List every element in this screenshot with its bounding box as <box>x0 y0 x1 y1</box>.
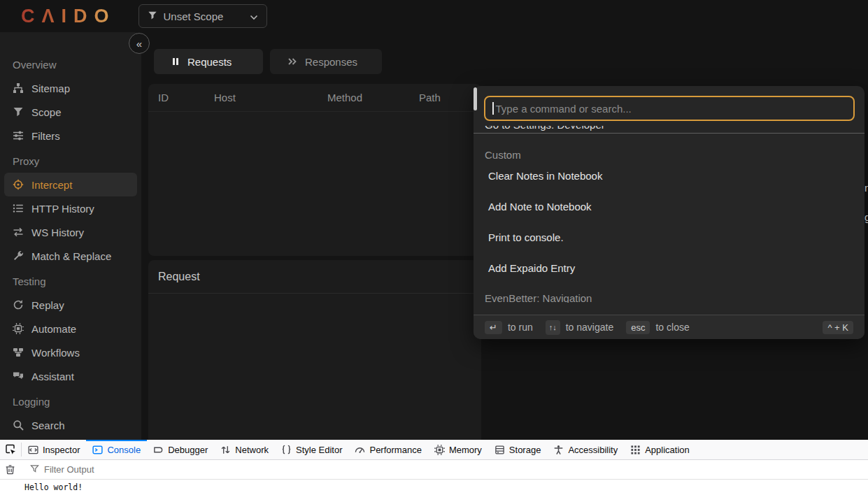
request-panel-title: Request <box>148 260 481 294</box>
sidebar-item-label: Intercept <box>31 179 72 191</box>
column-header-id[interactable]: ID <box>158 92 214 103</box>
sidebar-item-assistant[interactable]: Assistant <box>0 364 141 388</box>
sidebar-item-replay[interactable]: Replay <box>0 293 141 317</box>
workflow-nodes-icon <box>13 347 24 358</box>
column-header-method[interactable]: Method <box>327 92 419 103</box>
palette-section-evenbetter: EvenBetter: Navigation <box>474 292 865 303</box>
sidebar-section-proxy: Proxy <box>0 149 141 173</box>
sidebar-item-label: WS History <box>31 227 84 238</box>
caido-logo: CΛIDO <box>21 6 116 27</box>
enter-key-icon: ↵ <box>485 321 502 334</box>
sidebar-item-ws-history[interactable]: WS History <box>0 220 141 244</box>
devtools-tab-application[interactable]: Application <box>624 440 696 459</box>
sidebar-collapse-button[interactable]: « <box>129 33 150 54</box>
replay-icon <box>13 299 24 310</box>
devtools-tab-storage[interactable]: Storage <box>488 440 548 459</box>
close-hint: to close <box>655 322 689 333</box>
devtools-tab-performance[interactable]: Performance <box>348 440 427 459</box>
sidebar-item-scope[interactable]: Scope <box>0 100 141 124</box>
devtools-tab-network[interactable]: Network <box>214 440 275 459</box>
inspector-icon <box>28 445 38 455</box>
devtools-tab-debugger[interactable]: Debugger <box>147 440 214 459</box>
text-caret <box>492 102 494 115</box>
pause-icon <box>171 57 180 66</box>
storage-box-icon <box>495 445 505 455</box>
sidebar-item-http-history[interactable]: HTTP History <box>0 196 141 220</box>
tab-responses-label: Responses <box>305 56 357 68</box>
chat-bubbles-icon <box>13 371 24 382</box>
sidebar-item-filters[interactable]: Filters <box>0 124 141 148</box>
sidebar-item-sitemap[interactable]: Sitemap <box>0 76 141 100</box>
console-filter-bar: Filter Output <box>0 460 868 480</box>
funnel-icon <box>13 106 24 117</box>
esc-key: esc <box>626 321 650 334</box>
clipped-edge-text: n <box>865 182 868 194</box>
devtools-tab-memory[interactable]: Memory <box>428 440 488 459</box>
devtools-panel: Inspector Console Debugger Network Style… <box>0 440 868 495</box>
sidebar: Overview Sitemap Scope Filters Proxy <box>0 32 141 440</box>
pick-element-icon[interactable] <box>0 440 21 459</box>
command-search-placeholder: Type a command or search... <box>496 103 632 115</box>
command-search-input[interactable]: Type a command or search... <box>484 96 855 121</box>
filter-funnel-icon <box>30 464 39 475</box>
tab-requests[interactable]: Requests <box>154 49 263 74</box>
tab-responses[interactable]: Responses <box>270 49 382 74</box>
sidebar-item-search[interactable]: Search <box>0 413 141 437</box>
sidebar-item-label: Filters <box>31 130 60 142</box>
palette-section-custom: Custom <box>474 134 865 160</box>
clipped-edge-text: g <box>865 211 868 223</box>
funnel-icon <box>148 10 157 22</box>
sidebar-section-testing: Testing <box>0 269 141 293</box>
sidebar-item-label: Automate <box>31 323 76 335</box>
topbar: CΛIDO Unset Scope <box>0 0 868 32</box>
sidebar-item-workflows[interactable]: Workflows <box>0 340 141 364</box>
list-icon <box>13 203 24 214</box>
wrench-icon <box>13 250 24 261</box>
person-icon <box>553 445 564 455</box>
sidebar-item-intercept[interactable]: Intercept <box>4 173 137 196</box>
sidebar-item-label: Workflows <box>31 347 80 359</box>
gauge-icon <box>355 445 365 455</box>
sidebar-item-label: HTTP History <box>31 203 94 215</box>
console-icon <box>92 445 103 455</box>
requests-table-header: ID Host Method Path <box>148 84 481 112</box>
sidebar-item-label: Search <box>31 419 65 431</box>
devtools-tab-inspector[interactable]: Inspector <box>22 440 86 459</box>
command-item-add-expaido[interactable]: Add Expaido Entry <box>474 252 865 283</box>
navigate-hint: to navigate <box>566 322 614 333</box>
requests-table: ID Host Method Path <box>148 84 481 256</box>
sidebar-section-overview: Overview <box>0 52 141 76</box>
sidebar-item-label: Match & Replace <box>31 250 111 262</box>
sidebar-item-match-replace[interactable]: Match & Replace <box>0 244 141 268</box>
command-item-add-note[interactable]: Add Note to Notebook <box>474 191 865 222</box>
search-icon <box>13 419 24 431</box>
devtools-tab-style-editor[interactable]: Style Editor <box>275 440 348 459</box>
memory-chip-icon <box>434 445 445 455</box>
sidebar-item-label: Assistant <box>31 371 74 382</box>
tab-requests-label: Requests <box>187 56 232 68</box>
filter-output-input[interactable]: Filter Output <box>30 464 94 475</box>
chip-icon <box>13 323 24 334</box>
shortcut-ctrl-k: ^ + K <box>823 321 853 334</box>
request-panel: Request <box>148 260 481 440</box>
grid-dots-icon <box>630 445 641 455</box>
clipped-command-item[interactable]: Go to Settings: Developer <box>474 126 865 133</box>
console-message: Hello world! <box>24 482 83 492</box>
scope-label: Unset Scope <box>164 10 224 22</box>
sidebar-item-automate[interactable]: Automate <box>0 317 141 340</box>
forward-chevrons-icon <box>287 57 297 66</box>
sidebar-item-label: Replay <box>31 299 64 311</box>
sidebar-section-logging: Logging <box>0 389 141 413</box>
trash-icon[interactable] <box>0 464 20 475</box>
scope-dropdown[interactable]: Unset Scope <box>138 4 267 28</box>
scrollbar-thumb[interactable] <box>474 87 477 110</box>
column-header-path[interactable]: Path <box>419 92 481 103</box>
command-item-print-console[interactable]: Print to console. <box>474 222 865 252</box>
command-palette: Type a command or search... Go to Settin… <box>474 86 865 339</box>
devtools-tab-accessibility[interactable]: Accessibility <box>547 440 624 459</box>
devtools-tab-console[interactable]: Console <box>86 440 147 459</box>
collapse-chevrons-icon: « <box>136 38 142 50</box>
sitemap-icon <box>13 82 24 94</box>
column-header-host[interactable]: Host <box>214 92 327 103</box>
command-item-clear-notes[interactable]: Clear Notes in Notebook <box>474 160 865 191</box>
